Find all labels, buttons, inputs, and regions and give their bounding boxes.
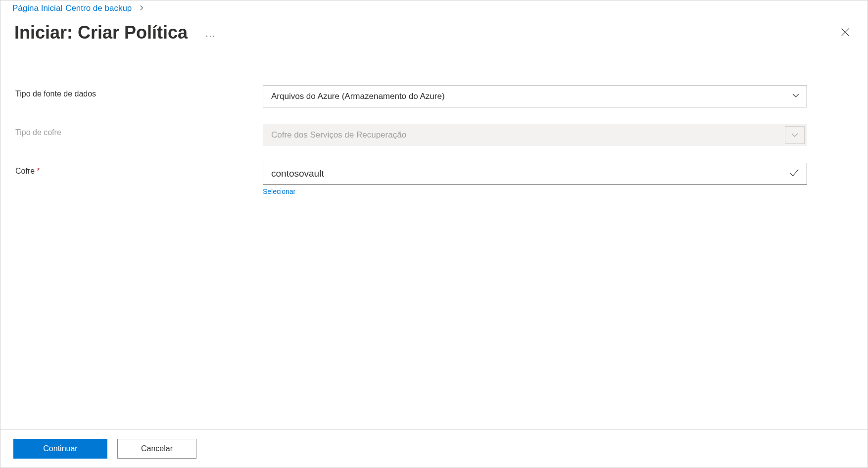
form-area: Tipo de fonte de dados Arquivos do Azure… xyxy=(0,46,868,207)
row-datasource-type: Tipo de fonte de dados Arquivos do Azure… xyxy=(15,86,853,107)
select-vault-value: contosovault xyxy=(271,168,324,179)
row-vault-type: Tipo de cofre Cofre dos Serviços de Recu… xyxy=(15,124,853,146)
select-datasource-type[interactable]: Arquivos do Azure (Armazenamento do Azur… xyxy=(263,86,807,107)
label-vault: Cofre* xyxy=(15,163,263,176)
breadcrumb-home[interactable]: Página Inicial xyxy=(12,3,62,13)
chevron-right-icon xyxy=(139,4,145,12)
page-header: Iniciar: Criar Política ··· xyxy=(0,15,868,46)
close-button[interactable] xyxy=(837,24,854,42)
check-icon xyxy=(789,167,800,181)
page-title: Iniciar: Criar Política xyxy=(14,22,188,43)
required-indicator: * xyxy=(37,167,40,175)
cancel-button[interactable]: Cancelar xyxy=(117,439,196,459)
select-datasource-value: Arquivos do Azure (Armazenamento do Azur… xyxy=(271,92,445,101)
label-vault-type: Tipo de cofre xyxy=(15,124,263,137)
vault-select-link[interactable]: Selecionar xyxy=(263,187,295,195)
breadcrumb-backup-center[interactable]: Centro de backup xyxy=(65,3,132,13)
select-vault-type: Cofre dos Serviços de Recuperação xyxy=(263,124,807,146)
chevron-down-icon xyxy=(785,126,805,144)
chevron-down-icon xyxy=(792,92,800,102)
more-actions-button[interactable]: ··· xyxy=(203,29,218,42)
continue-button[interactable]: Continuar xyxy=(13,439,107,459)
breadcrumb: Página Inicial Centro de backup xyxy=(0,0,868,15)
select-vault-type-value: Cofre dos Serviços de Recuperação xyxy=(271,130,406,140)
footer: Continuar Cancelar xyxy=(0,429,868,468)
label-datasource-type: Tipo de fonte de dados xyxy=(15,86,263,98)
select-vault[interactable]: contosovault xyxy=(263,163,807,185)
row-vault: Cofre* contosovault Selecionar xyxy=(15,163,853,195)
